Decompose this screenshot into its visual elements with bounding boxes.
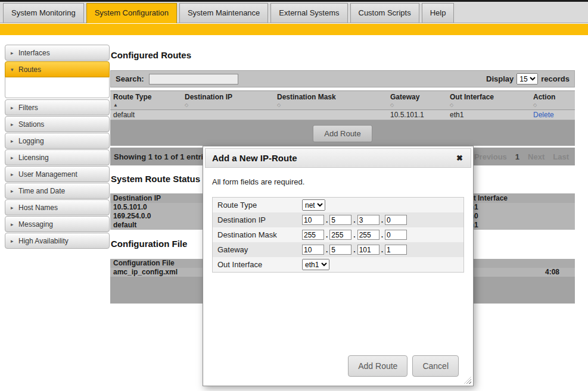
sidebar-item-time-and-date[interactable]: ▸ Time and Date bbox=[5, 183, 110, 199]
status-col-destination-ip: Destination IP bbox=[113, 194, 161, 202]
sort-asc-icon: ▲ bbox=[113, 102, 185, 108]
route-type-select[interactable]: net bbox=[302, 199, 325, 211]
column-header-gateway[interactable]: Gateway ◇ bbox=[390, 93, 450, 108]
system-route-status-title: System Route Status bbox=[111, 174, 200, 184]
destination-mask-octet-1[interactable] bbox=[302, 230, 324, 240]
sidebar-item-user-management[interactable]: ▸ User Management bbox=[5, 166, 110, 182]
octet-separator: . bbox=[326, 231, 328, 239]
chevron-right-icon: ▸ bbox=[11, 221, 18, 227]
add-route-button[interactable]: Add Route bbox=[313, 125, 372, 142]
close-icon[interactable]: ✖ bbox=[455, 154, 464, 162]
column-label: Destination Mask bbox=[277, 93, 390, 101]
chevron-right-icon: ▸ bbox=[11, 155, 18, 161]
octet-separator: . bbox=[381, 216, 383, 224]
destination-ip-octet-1[interactable] bbox=[302, 215, 324, 225]
modal-cancel-button[interactable]: Cancel bbox=[412, 355, 459, 377]
config-col-label: Configuration File bbox=[113, 259, 175, 267]
pagination: Previous 1 Next Last bbox=[474, 152, 569, 161]
app-window: System Monitoring System Configuration S… bbox=[0, 0, 588, 391]
sidebar-item-messaging[interactable]: ▸ Messaging bbox=[5, 216, 110, 232]
chevron-right-icon: ▸ bbox=[11, 238, 18, 244]
chevron-right-icon: ▸ bbox=[11, 171, 18, 177]
resize-handle-icon[interactable] bbox=[464, 377, 471, 384]
octet-separator: . bbox=[353, 231, 355, 239]
delete-link[interactable]: Delete bbox=[533, 111, 554, 119]
sort-both-icon: ◇ bbox=[533, 102, 572, 108]
sidebar-item-interfaces[interactable]: ▸ Interfaces bbox=[5, 45, 110, 61]
column-header-destination-mask[interactable]: Destination Mask ◇ bbox=[277, 93, 390, 108]
pagination-next[interactable]: Next bbox=[528, 152, 545, 161]
dialog-titlebar[interactable]: Add a New IP-Route ✖ bbox=[205, 148, 471, 168]
sidebar-item-high-availability[interactable]: ▸ High Availability bbox=[5, 233, 110, 249]
octet-separator: . bbox=[353, 246, 355, 254]
destination-ip-octet-3[interactable] bbox=[357, 215, 379, 225]
modal-add-route-button[interactable]: Add Route bbox=[348, 355, 407, 377]
octet-separator: . bbox=[326, 246, 328, 254]
column-header-destination-ip[interactable]: Destination IP ◇ bbox=[185, 93, 277, 108]
cell-route-type: default bbox=[113, 111, 135, 119]
chevron-right-icon: ▸ bbox=[11, 121, 18, 127]
cell-gateway: 10.5.101.1 bbox=[390, 111, 424, 119]
configuration-file-title: Configuration File bbox=[111, 239, 187, 249]
gateway-octet-1[interactable] bbox=[302, 245, 324, 255]
sidebar-item-label: High Availability bbox=[18, 237, 69, 245]
sidebar-item-label: Logging bbox=[18, 137, 44, 145]
status-cell-destination-ip: 10.5.101.0 bbox=[113, 203, 147, 211]
octet-separator: . bbox=[326, 216, 328, 224]
tab-system-configuration[interactable]: System Configuration bbox=[86, 3, 177, 23]
sidebar-item-label: Licensing bbox=[18, 154, 49, 162]
pagination-last[interactable]: Last bbox=[553, 152, 569, 161]
octet-separator: . bbox=[353, 216, 355, 224]
sidebar-item-host-names[interactable]: ▸ Host Names bbox=[5, 199, 110, 215]
routes-submenu-panel bbox=[5, 77, 110, 98]
destination-ip-octet-2[interactable] bbox=[329, 215, 351, 225]
out-interface-select[interactable]: eth1 bbox=[302, 259, 329, 270]
destination-ip-octet-4[interactable] bbox=[385, 215, 407, 225]
dialog-buttons: Add Route Cancel bbox=[348, 355, 459, 377]
configured-routes-title: Configured Routes bbox=[111, 50, 191, 60]
sidebar-item-label: User Management bbox=[18, 170, 77, 179]
sidebar-item-label: Stations bbox=[18, 120, 44, 129]
sidebar-item-licensing[interactable]: ▸ Licensing bbox=[5, 149, 110, 165]
destination-mask-octet-2[interactable] bbox=[329, 230, 351, 240]
chevron-right-icon: ▸ bbox=[11, 105, 18, 111]
status-cell-destination-ip: 169.254.0.0 bbox=[113, 212, 151, 220]
sort-both-icon: ◇ bbox=[390, 102, 450, 108]
routes-table-header: Route Type ▲ Destination IP ◇ Destinatio… bbox=[110, 90, 575, 110]
chevron-right-icon: ▸ bbox=[11, 205, 18, 211]
route-form: Route Type net Destination IP . . . bbox=[212, 197, 464, 273]
gateway-octet-3[interactable] bbox=[357, 245, 379, 255]
column-header-route-type[interactable]: Route Type ▲ bbox=[113, 93, 185, 108]
sidebar-item-label: Time and Date bbox=[18, 187, 65, 195]
destination-mask-label: Destination Mask bbox=[213, 230, 302, 239]
records-label: records bbox=[541, 74, 570, 83]
sidebar-item-filters[interactable]: ▸ Filters bbox=[5, 99, 110, 115]
pagination-page-1[interactable]: 1 bbox=[515, 152, 519, 161]
sidebar-item-routes[interactable]: ▾ Routes bbox=[5, 61, 110, 77]
sidebar-item-stations[interactable]: ▸ Stations bbox=[5, 116, 110, 132]
dialog-title: Add a New IP-Route bbox=[212, 153, 297, 163]
chevron-down-icon: ▾ bbox=[11, 67, 18, 73]
octet-separator: . bbox=[381, 246, 383, 254]
destination-mask-octet-3[interactable] bbox=[357, 230, 379, 240]
sidebar-item-logging[interactable]: ▸ Logging bbox=[5, 133, 110, 149]
records-per-page-select[interactable]: 15 bbox=[517, 73, 538, 85]
search-input[interactable] bbox=[149, 74, 238, 85]
add-route-band: Add Route bbox=[110, 120, 575, 146]
form-row-destination-mask: Destination Mask . . . bbox=[213, 227, 463, 242]
column-header-out-interface[interactable]: Out Interface ◇ bbox=[450, 93, 533, 108]
chevron-right-icon: ▸ bbox=[11, 138, 18, 144]
destination-mask-octet-4[interactable] bbox=[385, 230, 407, 240]
destination-ip-label: Destination IP bbox=[213, 215, 302, 224]
gateway-octet-4[interactable] bbox=[385, 245, 407, 255]
pagination-previous[interactable]: Previous bbox=[474, 152, 507, 161]
cell-out-interface: eth1 bbox=[450, 111, 463, 119]
column-label: Out Interface bbox=[450, 93, 533, 101]
column-label: Destination IP bbox=[185, 93, 277, 101]
gateway-octet-2[interactable] bbox=[329, 245, 351, 255]
tab-system-monitoring[interactable]: System Monitoring bbox=[3, 3, 84, 23]
column-label: Route Type bbox=[113, 93, 185, 101]
sidebar: ▸ Interfaces ▾ Routes ▸ Filters ▸ Statio… bbox=[5, 45, 110, 249]
form-row-gateway: Gateway . . . bbox=[213, 242, 463, 257]
column-header-action[interactable]: Action ◇ bbox=[533, 93, 572, 108]
